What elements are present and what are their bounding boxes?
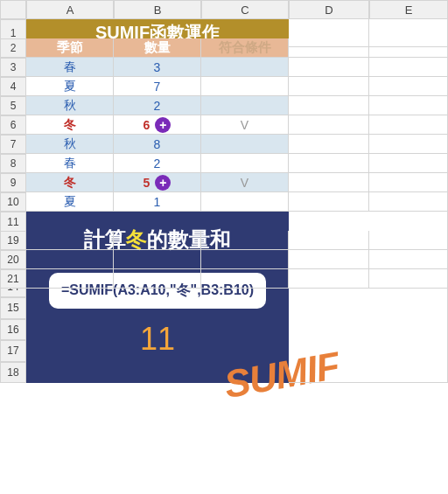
- cell-E19[interactable]: [369, 231, 448, 250]
- cell-B21[interactable]: [114, 269, 201, 289]
- row-header-8[interactable]: 8: [0, 154, 26, 173]
- cell-A3[interactable]: 春: [26, 58, 114, 77]
- cell-E8[interactable]: [369, 154, 448, 173]
- cell-A9[interactable]: 冬: [26, 173, 114, 192]
- row-header-11[interactable]: 11: [0, 212, 26, 233]
- cell-C10[interactable]: [201, 192, 289, 212]
- qty-value: 5: [144, 176, 150, 190]
- row-header-3[interactable]: 3: [0, 58, 26, 77]
- cell-E4[interactable]: [369, 77, 448, 96]
- plus-icon: +: [155, 117, 171, 133]
- row-header-4[interactable]: 4: [0, 77, 26, 96]
- corner-cell[interactable]: [0, 0, 26, 19]
- row-header-15[interactable]: 15: [0, 297, 26, 319]
- summary-result: 11: [140, 321, 175, 358]
- cell-B4[interactable]: 7: [114, 77, 201, 96]
- cell-B9[interactable]: 5 +: [114, 173, 201, 192]
- cell-C9[interactable]: V: [201, 173, 289, 192]
- row-header-16[interactable]: 16: [0, 319, 26, 341]
- row-header-7[interactable]: 7: [0, 135, 26, 154]
- cell-B20[interactable]: [114, 250, 201, 269]
- cell-D3[interactable]: [289, 58, 369, 77]
- cell-B8[interactable]: 2: [114, 154, 201, 173]
- cell-D6[interactable]: [289, 115, 369, 135]
- row-header-17[interactable]: 17: [0, 340, 26, 362]
- col-header-D[interactable]: D: [289, 0, 369, 19]
- cell-D5[interactable]: [289, 96, 369, 115]
- cell-C5[interactable]: [201, 96, 289, 115]
- cell-D2[interactable]: [289, 38, 369, 58]
- cell-C20[interactable]: [201, 250, 289, 269]
- cell-A20[interactable]: [26, 250, 114, 269]
- cell-D20[interactable]: [289, 250, 369, 269]
- cell-A8[interactable]: 春: [26, 154, 114, 173]
- header-season[interactable]: 季節: [26, 38, 114, 58]
- header-match[interactable]: 符合條件: [201, 38, 289, 58]
- cell-D7[interactable]: [289, 135, 369, 154]
- spreadsheet-grid: A B C D E 1 SUMIF函數運作 2 季節 數量 符合條件 3 春 3…: [0, 0, 448, 289]
- cell-E2[interactable]: [369, 38, 448, 58]
- cell-E9[interactable]: [369, 173, 448, 192]
- cell-B7[interactable]: 8: [114, 135, 201, 154]
- cell-C21[interactable]: [201, 269, 289, 289]
- cell-E5[interactable]: [369, 96, 448, 115]
- cell-E20[interactable]: [369, 250, 448, 269]
- cell-B3[interactable]: 3: [114, 58, 201, 77]
- row-header-2[interactable]: 2: [0, 38, 26, 58]
- cell-A21[interactable]: [26, 269, 114, 289]
- cell-D8[interactable]: [289, 154, 369, 173]
- cell-A7[interactable]: 秋: [26, 135, 114, 154]
- row-header-5[interactable]: 5: [0, 96, 26, 115]
- cell-B19[interactable]: [114, 231, 201, 250]
- header-qty[interactable]: 數量: [114, 38, 201, 58]
- cell-C6[interactable]: V: [201, 115, 289, 135]
- cell-C3[interactable]: [201, 58, 289, 77]
- cell-E7[interactable]: [369, 135, 448, 154]
- cell-D4[interactable]: [289, 77, 369, 96]
- cell-E3[interactable]: [369, 58, 448, 77]
- cell-C4[interactable]: [201, 77, 289, 96]
- qty-value: 6: [144, 118, 150, 132]
- row-header-20[interactable]: 20: [0, 250, 26, 269]
- row-header-6[interactable]: 6: [0, 115, 26, 135]
- col-header-A[interactable]: A: [26, 0, 114, 19]
- col-header-E[interactable]: E: [369, 0, 448, 19]
- cell-C8[interactable]: [201, 154, 289, 173]
- cell-C19[interactable]: [201, 231, 289, 250]
- cell-A19[interactable]: [26, 231, 114, 250]
- cell-E10[interactable]: [369, 192, 448, 212]
- col-header-B[interactable]: B: [114, 0, 201, 19]
- col-header-C[interactable]: C: [201, 0, 289, 19]
- cell-B10[interactable]: 1: [114, 192, 201, 212]
- cell-E6[interactable]: [369, 115, 448, 135]
- cell-D19[interactable]: [289, 231, 369, 250]
- cell-C7[interactable]: [201, 135, 289, 154]
- cell-A4[interactable]: 夏: [26, 77, 114, 96]
- row-header-9[interactable]: 9: [0, 173, 26, 192]
- cell-D9[interactable]: [289, 173, 369, 192]
- row-header-19[interactable]: 19: [0, 231, 26, 250]
- cell-B5[interactable]: 2: [114, 96, 201, 115]
- cell-A10[interactable]: 夏: [26, 192, 114, 212]
- cell-A5[interactable]: 秋: [26, 96, 114, 115]
- cell-A6[interactable]: 冬: [26, 115, 114, 135]
- row-header-21[interactable]: 21: [0, 269, 26, 289]
- cell-D21[interactable]: [289, 269, 369, 289]
- plus-icon: +: [155, 175, 171, 191]
- row-header-18[interactable]: 18: [0, 362, 26, 384]
- cell-B6[interactable]: 6 +: [114, 115, 201, 135]
- cell-D10[interactable]: [289, 192, 369, 212]
- row-header-10[interactable]: 10: [0, 192, 26, 212]
- cell-E21[interactable]: [369, 269, 448, 289]
